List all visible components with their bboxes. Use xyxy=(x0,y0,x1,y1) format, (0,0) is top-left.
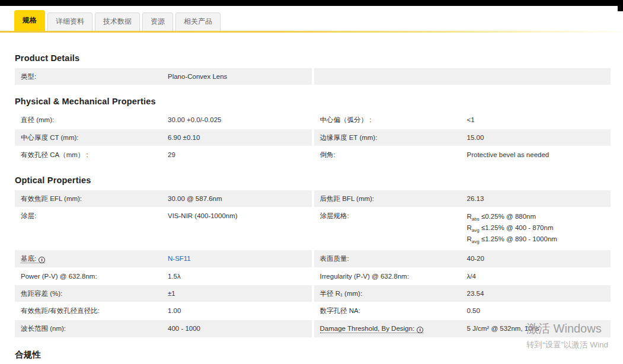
table-row: 焦距容差 (%): ±1 半径 R₁ (mm): 23.54 xyxy=(15,285,611,302)
table-row: Power (P-V) @ 632.8nm: 1.5λ Irregularity… xyxy=(15,268,611,285)
spec-cell-fnumber: 有效焦距/有效孔径直径比: 1.00 xyxy=(15,302,312,319)
spec-cell-na: 数字孔径 NA: 0.50 xyxy=(314,302,611,319)
spec-cell-diameter: 直径 (mm): 30.00 +0.0/-0.025 xyxy=(15,111,312,128)
spec-value: 30.00 @ 587.6nm xyxy=(168,194,306,203)
table-row: 有效孔径 CA（mm） : 29 倒角: Protective bevel as… xyxy=(15,146,611,163)
info-icon[interactable]: i xyxy=(417,327,423,333)
coating-spec-line: Ravg ≤1.25% @ 890 - 1000nm xyxy=(467,234,605,245)
spec-value: <1 xyxy=(467,116,605,124)
coating-spec-line: Ravg ≤1.25% @ 400 - 870nm xyxy=(467,223,605,234)
spec-cell-edge-thickness: 边缘厚度 ET (mm): 15.00 xyxy=(314,129,611,146)
spec-cell-coating-spec: 涂层规格: Rabs ≤0.25% @ 880nm Ravg ≤1.25% @ … xyxy=(314,207,611,250)
spec-value: 26.13 xyxy=(467,194,605,203)
spec-value: Protective bevel as needed xyxy=(467,151,605,159)
spec-value: 15.00 xyxy=(467,133,605,142)
spec-label: 数字孔径 NA: xyxy=(320,306,467,315)
spec-cell-type: 类型: Plano-Convex Lens xyxy=(15,68,312,85)
spec-value: 30.00 +0.0/-0.025 xyxy=(168,116,306,124)
spec-label: 有效焦距/有效孔径直径比: xyxy=(21,306,168,315)
spec-value: 29 xyxy=(168,151,306,159)
spec-value: VIS-NIR (400-1000nm) xyxy=(168,212,306,220)
spec-value: Rabs ≤0.25% @ 880nm Ravg ≤1.25% @ 400 - … xyxy=(467,212,605,245)
section-title-product-details: Product Details xyxy=(15,53,611,63)
spec-label: 表面质量: xyxy=(320,254,467,263)
table-row: 有效焦距 EFL (mm): 30.00 @ 587.6nm 后焦距 BFL (… xyxy=(15,190,611,207)
table-row: 类型: Plano-Convex Lens xyxy=(15,68,611,85)
spec-cell-focal-tolerance: 焦距容差 (%): ±1 xyxy=(15,285,312,302)
spec-label: 半径 R₁ (mm): xyxy=(320,289,467,298)
top-black-bar xyxy=(0,0,623,6)
spec-value: 40-20 xyxy=(467,254,605,263)
spec-label: Irregularity (P-V) @ 632.8nm: xyxy=(320,272,467,280)
spec-label: 直径 (mm): xyxy=(21,116,168,124)
spec-label: 中心偏（弧分） : xyxy=(320,116,467,124)
spec-cell-clear-aperture: 有效孔径 CA（mm） : 29 xyxy=(15,146,312,163)
spec-label: 焦距容差 (%): xyxy=(21,289,168,298)
spec-cell-damage-threshold: Damage Threshold, By Design:i 5 J/cm² @ … xyxy=(314,320,611,337)
spec-value: 5 J/cm² @ 532nm, 10ns xyxy=(467,324,605,333)
tab-resources[interactable]: 资源 xyxy=(142,12,173,31)
spec-cell-wavelength-range: 波长范围 (nm): 400 - 1000 xyxy=(15,320,312,337)
spec-value: ±1 xyxy=(168,289,306,298)
spec-cell-bevel: 倒角: Protective bevel as needed xyxy=(314,146,611,163)
spec-cell-centration: 中心偏（弧分） : <1 xyxy=(314,111,611,128)
section-title-optical: Optical Properties xyxy=(15,175,611,185)
yellow-divider xyxy=(0,31,623,33)
spec-value: λ/4 xyxy=(467,272,605,280)
spec-label: 倒角: xyxy=(320,151,467,159)
spec-label: Power (P-V) @ 632.8nm: xyxy=(21,272,168,280)
spec-label: 涂层规格: xyxy=(320,212,467,220)
spec-label: 波长范围 (nm): xyxy=(21,324,168,333)
spec-value: 23.54 xyxy=(467,289,605,298)
spec-value: 6.90 ±0.10 xyxy=(168,133,306,142)
spec-cell-power: Power (P-V) @ 632.8nm: 1.5λ xyxy=(15,268,312,285)
spec-label: 有效孔径 CA（mm） : xyxy=(21,151,168,159)
spec-cell-radius: 半径 R₁ (mm): 23.54 xyxy=(314,285,611,302)
table-row: 基底:i N-SF11 表面质量: 40-20 xyxy=(15,250,611,267)
spec-cell-center-thickness: 中心厚度 CT (mm): 6.90 ±0.10 xyxy=(15,129,312,146)
tab-technical-data[interactable]: 技术数据 xyxy=(95,12,140,31)
table-row: 中心厚度 CT (mm): 6.90 ±0.10 边缘厚度 ET (mm): 1… xyxy=(15,129,611,146)
spec-cell-efl: 有效焦距 EFL (mm): 30.00 @ 587.6nm xyxy=(15,190,312,207)
spec-label: 中心厚度 CT (mm): xyxy=(21,133,168,142)
substrate-link[interactable]: N-SF11 xyxy=(168,254,306,263)
table-row: 有效焦距/有效孔径直径比: 1.00 数字孔径 NA: 0.50 xyxy=(15,302,611,319)
tab-specifications[interactable]: 规格 xyxy=(14,10,45,31)
tab-related-products[interactable]: 相关产品 xyxy=(175,12,221,31)
spec-value: Plano-Convex Lens xyxy=(168,72,306,81)
spec-cell-coating: 涂层: VIS-NIR (400-1000nm) xyxy=(15,207,312,250)
section-title-compliance: 合规性 xyxy=(15,349,611,360)
spec-label: 后焦距 BFL (mm): xyxy=(320,194,467,203)
spec-value: 1.00 xyxy=(168,306,306,315)
spec-cell-irregularity: Irregularity (P-V) @ 632.8nm: λ/4 xyxy=(314,268,611,285)
spec-cell-bfl: 后焦距 BFL (mm): 26.13 xyxy=(314,190,611,207)
spec-cell-substrate: 基底:i N-SF11 xyxy=(15,250,312,267)
spec-label: Damage Threshold, By Design:i xyxy=(320,324,467,333)
spec-label: 边缘厚度 ET (mm): xyxy=(320,133,467,142)
section-title-physical: Physical & Mechanical Properties xyxy=(15,97,611,106)
spec-content: Product Details 类型: Plano-Convex Lens Ph… xyxy=(0,53,623,364)
info-icon[interactable]: i xyxy=(39,257,45,263)
spec-value: 400 - 1000 xyxy=(168,324,306,333)
spec-value: 0.50 xyxy=(467,306,605,315)
table-row: 涂层: VIS-NIR (400-1000nm) 涂层规格: Rabs ≤0.2… xyxy=(15,207,611,250)
spec-label: 基底:i xyxy=(21,254,168,263)
table-row: 直径 (mm): 30.00 +0.0/-0.025 中心偏（弧分） : <1 xyxy=(15,111,611,128)
spec-label: 类型: xyxy=(21,72,168,81)
scrollbar-thumb[interactable] xyxy=(618,0,623,11)
spec-value: 1.5λ xyxy=(168,272,306,280)
spec-label: 涂层: xyxy=(21,212,168,220)
coating-spec-line: Rabs ≤0.25% @ 880nm xyxy=(467,212,605,223)
spec-cell-surface-quality: 表面质量: 40-20 xyxy=(314,250,611,267)
table-row: 波长范围 (nm): 400 - 1000 Damage Threshold, … xyxy=(15,320,611,337)
tab-details[interactable]: 详细资料 xyxy=(47,12,92,31)
spec-label: 有效焦距 EFL (mm): xyxy=(21,194,168,203)
spec-cell-empty xyxy=(314,68,611,85)
